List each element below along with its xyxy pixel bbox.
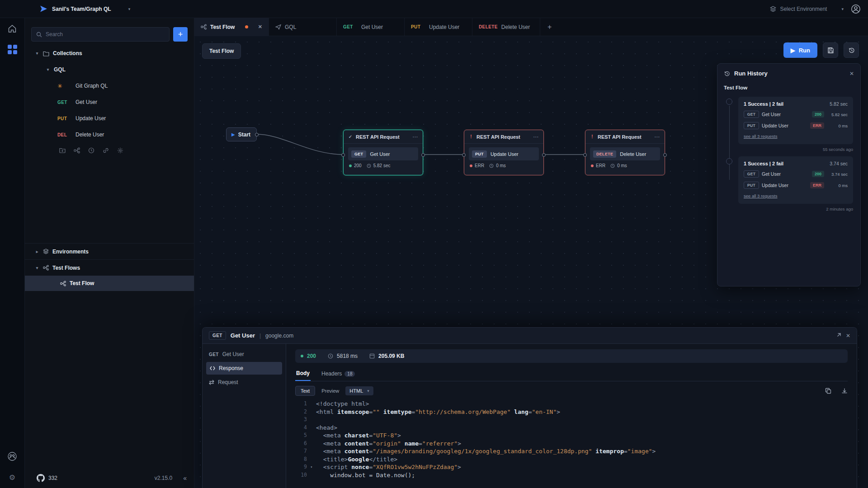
fold-caret-icon — [307, 440, 316, 448]
user-avatar[interactable] — [851, 4, 861, 14]
output-port[interactable] — [421, 153, 425, 157]
home-icon[interactable] — [8, 24, 17, 35]
close-panel-icon[interactable]: ✕ — [849, 70, 854, 77]
flow-icon[interactable] — [74, 147, 80, 154]
input-port[interactable] — [583, 153, 587, 157]
tab-label: Delete User — [501, 24, 530, 30]
history-icon[interactable] — [88, 147, 94, 154]
request-item-git-graph-ql[interactable]: ✳ Git Graph QL — [25, 78, 194, 94]
run-duration: 5.82 sec — [830, 101, 848, 107]
input-port[interactable] — [462, 153, 466, 157]
fold-caret-icon — [307, 416, 316, 424]
flow-icon — [60, 281, 66, 286]
code-line: 8 <title>Google</title> — [295, 455, 848, 464]
chevron-down-icon[interactable]: ▾ — [128, 7, 131, 11]
new-folder-icon[interactable] — [59, 147, 66, 153]
format-dropdown[interactable]: HTML ▾ — [345, 386, 373, 395]
collections-section-header[interactable]: ▾ Collections — [25, 45, 194, 61]
add-new-button[interactable]: + — [173, 27, 188, 42]
tab-gql[interactable]: GQL — [269, 18, 337, 36]
link-icon[interactable] — [103, 147, 109, 154]
run-history-button[interactable] — [844, 42, 859, 58]
node-menu-icon[interactable]: ⋯ — [412, 134, 418, 140]
save-button[interactable] — [823, 42, 838, 58]
content-area: Test Flow ✕ GQL GET Get User PUT Update — [194, 18, 868, 488]
request-item-update-user[interactable]: PUT Update User — [25, 110, 194, 127]
new-tab-button[interactable]: + — [540, 18, 559, 36]
clock-icon — [610, 164, 615, 168]
response-time: 5818 ms — [337, 353, 358, 359]
collapse-sidebar-icon[interactable]: « — [183, 474, 187, 482]
run-entry-card[interactable]: 1 Success | 2 fail 5.82 sec GET Get User… — [738, 97, 853, 144]
fold-caret-icon[interactable]: ▾ — [307, 463, 316, 471]
tab-body[interactable]: Body — [295, 368, 311, 381]
method-badge: DEL — [57, 132, 72, 137]
tab-delete-user[interactable]: DELETE Delete User — [472, 18, 540, 36]
node-request-name: Delete User — [620, 151, 646, 157]
nav-request-tab[interactable]: Request — [203, 375, 286, 389]
members-icon[interactable] — [7, 451, 17, 463]
folder-gql[interactable]: ▾ GQL — [25, 61, 194, 78]
environments-section-header[interactable]: ▸ Environments — [25, 243, 194, 259]
see-all-requests-link[interactable]: see all 3 requests — [744, 134, 777, 139]
rest-api-node-update-user[interactable]: ! REST API Request ⋯ PUT Update User ERR — [464, 130, 544, 175]
start-node[interactable]: ▶ Start — [226, 127, 257, 141]
node-menu-icon[interactable]: ⋯ — [533, 134, 539, 140]
code-text: <head> — [316, 424, 337, 432]
settings-icon[interactable] — [117, 147, 123, 154]
request-label: Get User — [75, 99, 97, 105]
response-nav: GET Get User Response Request — [203, 344, 286, 488]
line-number: 6 — [295, 440, 307, 448]
environment-selector[interactable]: Select Environment ▾ — [770, 6, 844, 12]
view-preview-button[interactable]: Preview — [321, 388, 339, 394]
download-icon[interactable] — [841, 388, 848, 394]
tab-test-flow[interactable]: Test Flow ✕ — [194, 18, 269, 36]
close-panel-icon[interactable]: ✕ — [846, 333, 850, 339]
workspace-switcher[interactable]: Sanil's Team/Graph QL ▾ — [40, 5, 130, 13]
request-item-delete-user[interactable]: DEL Delete User — [25, 127, 194, 143]
clock-icon — [367, 164, 371, 168]
run-history-title: Run History — [734, 70, 768, 77]
close-tab-icon[interactable]: ✕ — [258, 24, 262, 30]
see-all-requests-link[interactable]: see all 3 requests — [744, 193, 777, 198]
apps-grid-icon[interactable] — [8, 45, 17, 54]
search-input[interactable] — [46, 31, 165, 38]
status-code-chip: ERR — [810, 182, 824, 188]
run-button[interactable]: ▶ Run — [783, 42, 817, 58]
view-text-button[interactable]: Text — [295, 386, 315, 396]
nav-response-tab[interactable]: Response — [206, 362, 282, 375]
test-flows-section-header[interactable]: ▾ Test Flows — [25, 259, 194, 276]
output-port[interactable] — [255, 133, 259, 136]
code-editor[interactable]: 1<!doctype html>2<html itemscope="" item… — [295, 400, 848, 488]
run-entry-card[interactable]: 1 Success | 2 fail 3.74 sec GET Get User… — [738, 156, 853, 204]
rest-api-node-delete-user[interactable]: ! REST API Request ⋯ DELETE Delete User … — [585, 130, 665, 175]
request-label: Git Graph QL — [75, 83, 108, 89]
code-text: <meta content="origin" name="referrer"> — [316, 440, 461, 448]
fold-caret-icon — [307, 408, 316, 416]
fold-caret-icon — [307, 432, 316, 440]
method-badge: PUT — [57, 116, 72, 121]
test-flow-item[interactable]: Test Flow — [25, 276, 194, 291]
line-number: 7 — [295, 447, 307, 455]
input-port[interactable] — [341, 153, 345, 157]
gear-icon[interactable]: ⚙ — [9, 473, 15, 482]
nav-request-item[interactable]: GET Get User — [203, 347, 286, 361]
expand-panel-icon[interactable] — [835, 333, 841, 338]
tab-update-user[interactable]: PUT Update User — [405, 18, 472, 36]
output-port[interactable] — [542, 153, 546, 157]
node-menu-icon[interactable]: ⋯ — [654, 134, 660, 140]
tab-get-user[interactable]: GET Get User — [337, 18, 405, 36]
output-port[interactable] — [663, 153, 667, 157]
run-marker-icon — [726, 99, 732, 105]
response-panel-header: GET Get User | google.com ✕ — [203, 328, 857, 344]
copy-icon[interactable] — [825, 388, 831, 394]
environment-selector-label: Select Environment — [780, 6, 827, 12]
run-request-row: PUT Update User ERR 0 ms — [744, 182, 848, 189]
search-box[interactable] — [31, 27, 170, 42]
clock-icon — [489, 164, 494, 168]
request-item-get-user[interactable]: GET Get User — [25, 94, 194, 110]
github-icon[interactable] — [37, 474, 45, 482]
rest-api-node-get-user[interactable]: ✓ REST API Request ⋯ GET Get User 200 — [343, 130, 423, 175]
tab-headers[interactable]: Headers 18 — [321, 368, 356, 381]
node-title: REST API Request — [598, 134, 642, 140]
